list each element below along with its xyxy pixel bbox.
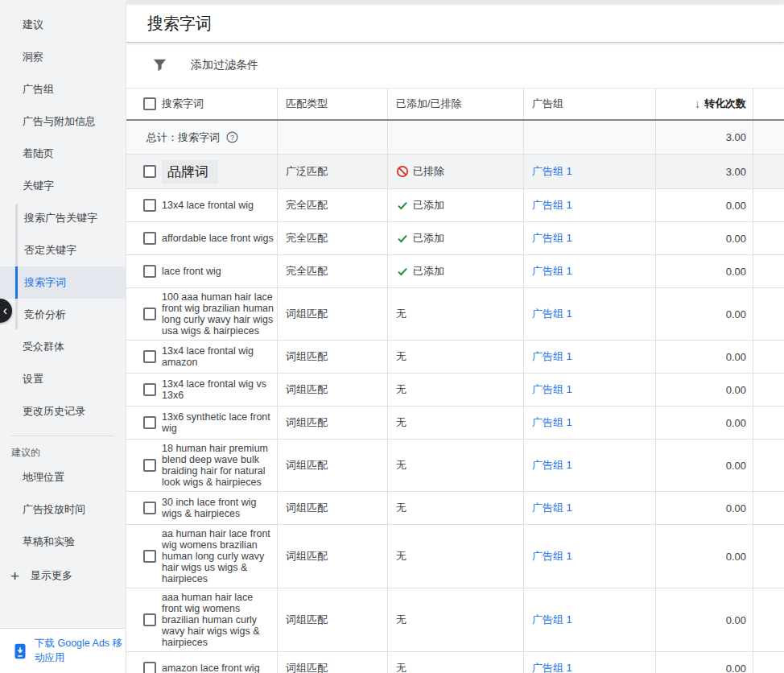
row-checkbox[interactable] [143,308,156,320]
adgroup-link[interactable]: 广告组 1 [532,549,572,564]
status-text: 无 [396,458,406,473]
column-header-match-type[interactable]: 匹配类型 [278,89,388,119]
match-type-cell: 完全匹配 [278,222,388,254]
adgroup-cell: 广告组 1 [524,525,656,588]
status-cell: 无 [388,407,524,439]
column-header-conversions[interactable]: ↓ 转化次数 [656,89,753,119]
sidebar-subitem[interactable]: 竞价分析 [0,299,126,331]
sidebar-item[interactable]: 着陆页 [0,138,126,170]
search-term-text: lace front wig [162,266,274,277]
sidebar-item[interactable]: 设置 [0,363,126,395]
sidebar-item[interactable]: 洞察 [0,41,126,73]
show-more-button[interactable]: +显示更多 [0,558,126,593]
total-status-cell [388,121,524,154]
row-spacer-cell [753,525,784,588]
search-term-text: 13x4 lace frontal wig amazon [162,345,274,368]
adgroup-link[interactable]: 广告组 1 [532,198,572,213]
adgroup-cell: 广告组 1 [524,588,656,651]
row-spacer-cell [753,492,784,524]
match-type-cell: 完全匹配 [278,255,388,287]
adgroup-link[interactable]: 广告组 1 [532,307,572,321]
adgroup-link[interactable]: 广告组 1 [532,501,572,515]
row-checkbox[interactable] [143,502,156,514]
sidebar-item-suggested[interactable]: 广告投放时间 [0,493,126,526]
sidebar-item[interactable]: 更改历史记录 [0,395,126,427]
sidebar-subitem[interactable]: 否定关键字 [0,234,126,266]
row-checkbox[interactable] [143,232,156,245]
adgroup-link[interactable]: 广告组 1 [532,164,572,179]
download-mobile-app-link[interactable]: 下载 Google Ads 移动应用 [0,628,126,673]
adgroup-link[interactable]: 广告组 1 [532,415,572,430]
sidebar: 建议洞察广告组广告与附加信息着陆页关键字搜索广告关键字否定关键字搜索字词竞价分析… [0,0,126,673]
total-label-cell: 总计：搜索字词 ? [126,121,278,154]
adgroup-link[interactable]: 广告组 1 [532,231,572,246]
adgroup-link[interactable]: 广告组 1 [532,458,572,473]
status-cell: 无 [388,652,524,673]
row-checkbox[interactable] [143,613,156,626]
table-row: aaa human hair lace front wig womens bra… [126,588,784,652]
total-spacer-cell [753,121,784,154]
adgroup-link[interactable]: 广告组 1 [532,613,572,627]
adgroup-cell: 广告组 1 [524,440,656,491]
sort-descending-arrow-icon: ↓ [695,97,700,110]
select-all-checkbox[interactable] [143,97,156,110]
row-checkbox[interactable] [143,550,156,563]
search-term-text: amazon lace front wig [162,663,274,673]
sidebar-item[interactable]: 建议 [0,9,126,41]
sidebar-item-suggested[interactable]: 草稿和实验 [0,526,126,558]
column-header-added-excluded[interactable]: 已添加/已排除 [388,89,524,119]
row-checkbox[interactable] [143,265,156,278]
adgroup-link[interactable]: 广告组 1 [532,661,572,673]
conversions-cell: 3.00 [656,155,753,188]
sidebar-item[interactable]: 广告与附加信息 [0,105,126,138]
show-more-label: 显示更多 [31,568,72,583]
page-title-bar: 搜索字词 [126,5,784,43]
download-mobile-app-label: 下载 Google Ads 移动应用 [35,637,125,665]
column-header-ad-group[interactable]: 广告组 [524,89,656,119]
search-term-text: aa human hair lace front wig womens braz… [162,528,274,584]
adgroup-link[interactable]: 广告组 1 [532,264,572,279]
adgroup-cell: 广告组 1 [524,652,656,673]
column-header-term[interactable]: 搜索字词 [162,97,204,111]
search-term-text: 18 human hair premium blend deep wave bu… [162,443,274,488]
row-spacer-cell [753,222,784,254]
table-header-row: 搜索字词 匹配类型 已添加/已排除 广告组 ↓ 转化次数 [126,89,784,121]
sidebar-subitem-active[interactable]: 搜索字词 [0,266,126,299]
sidebar-item[interactable]: 关键字 [0,170,126,202]
adgroup-link[interactable]: 广告组 1 [532,382,572,397]
search-term-text: 13x6 synthetic lace front wig [162,411,274,434]
adgroup-link[interactable]: 广告组 1 [532,349,572,364]
sidebar-subitem[interactable]: 搜索广告关键字 [0,202,126,234]
sidebar-item-suggested[interactable]: 地理位置 [0,461,126,493]
conversions-cell: 0.00 [656,374,753,406]
row-checkbox[interactable] [143,350,156,363]
row-checkbox[interactable] [143,459,156,472]
adgroup-cell: 广告组 1 [524,492,656,524]
status-text: 已排除 [413,164,444,179]
adgroup-cell: 广告组 1 [524,255,656,287]
sidebar-item[interactable]: 受众群体 [0,331,126,363]
filter-bar: 添加过滤条件 [126,43,784,89]
total-match-cell [278,121,388,154]
table-row: aa human hair lace front wig womens braz… [126,525,784,588]
help-icon[interactable]: ? [226,131,239,143]
funnel-icon[interactable] [153,59,167,72]
plus-icon: + [10,568,19,584]
status-cell: 无 [388,374,524,406]
row-spacer-cell [753,652,784,673]
adgroup-cell: 广告组 1 [524,341,656,373]
row-checkbox[interactable] [143,199,156,212]
search-term-text: 13x4 lace frontal wig vs 13x6 [162,378,274,401]
match-type-cell: 广泛匹配 [278,155,388,188]
table-row: 100 aaa human hair lace front wig brazil… [126,288,784,341]
row-checkbox[interactable] [143,416,156,429]
row-checkbox[interactable] [143,383,156,396]
row-checkbox[interactable] [143,165,156,178]
sidebar-item[interactable]: 广告组 [0,73,126,105]
add-filter-button[interactable]: 添加过滤条件 [191,58,258,72]
status-cell: 已添加 [388,189,524,221]
sidebar-divider [11,436,114,436]
row-checkbox[interactable] [143,662,156,673]
term-cell: affordable lace front wigs [126,222,278,254]
row-spacer-cell [753,288,784,340]
